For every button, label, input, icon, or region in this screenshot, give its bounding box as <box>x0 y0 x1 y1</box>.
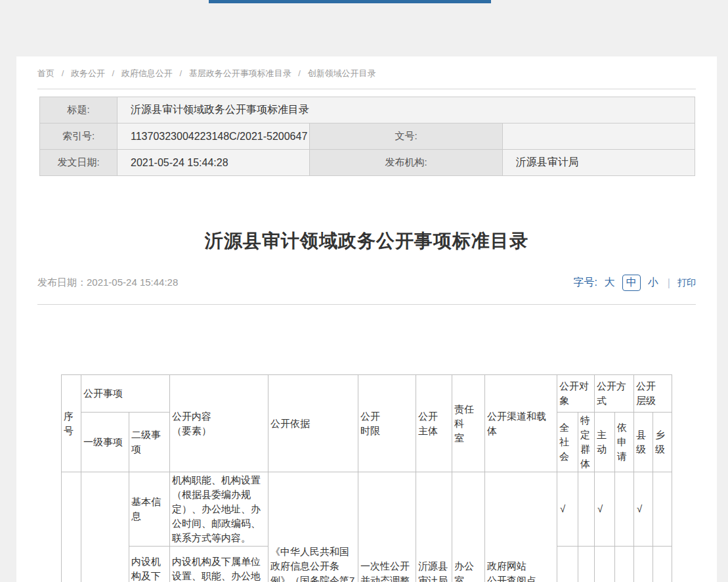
header-channel: 公开渠道和载 体 <box>485 375 557 472</box>
cell-channel: 政府网站 公开查阅点 <box>485 472 557 582</box>
meta-row-date: 发文日期: 2021-05-24 15:44:28 发布机构: 沂源县审计局 <box>40 150 695 176</box>
header-method-request: 依申 请 <box>615 413 634 472</box>
cell-check-county: √ <box>634 547 653 582</box>
cell-seq <box>62 472 81 582</box>
header-seq: 序 号 <box>62 375 81 472</box>
breadcrumb-item-home[interactable]: 首页 <box>37 68 54 78</box>
cell-check-county: √ <box>634 472 653 547</box>
font-large-button[interactable]: 大 <box>603 275 617 290</box>
cell-check-active: √ <box>595 472 615 547</box>
table-row: 基本信息 机构职能、机构设置（根据县委编办规定）、办公地址、办公时间、邮政编码、… <box>62 472 672 547</box>
header-time-limit: 公开 时限 <box>358 375 416 472</box>
font-medium-button[interactable]: 中 <box>622 275 641 291</box>
catalog-header-row-1: 序 号 公开事项 公开内容 （要素） 公开依据 公开 时限 公开 主体 责任科 … <box>62 375 672 413</box>
cell-check-active: √ <box>595 547 615 582</box>
header-subject: 公开 主体 <box>416 375 452 472</box>
header-method-active: 主 动 <box>595 413 615 472</box>
breadcrumb-item-government-info[interactable]: 政府信息公开 <box>121 68 173 78</box>
font-small-button[interactable]: 小 <box>646 275 660 290</box>
cell-check-request <box>615 547 634 582</box>
meta-row-index: 索引号: 11370323004223148C/2021-5200647 文号: <box>40 123 695 150</box>
vertical-divider: | <box>668 277 670 289</box>
cell-level2: 内设机构及下属事业 <box>129 547 170 582</box>
page-title: 沂源县审计领域政务公开事项标准目录 <box>37 229 696 254</box>
content-card: 首页 / 政务公开 / 政府信息公开 / 基层政务公开事项标准目录 / 创新领域… <box>16 56 717 582</box>
cell-level1 <box>81 472 129 582</box>
breadcrumb-item-zhengwugongkai[interactable]: 政务公开 <box>71 68 105 78</box>
meta-org-label: 发布机构: <box>310 150 502 176</box>
cell-check-all: √ <box>557 472 578 547</box>
meta-index-label: 索引号: <box>40 123 118 150</box>
cell-check-request <box>615 472 634 547</box>
breadcrumb-separator: / <box>179 68 182 78</box>
cell-content: 内设机构及下属单位设置、职能、办公地址、办公时间、联系方式、负责人姓名 <box>170 547 268 582</box>
print-button[interactable]: 打印 <box>677 277 696 289</box>
header-level1: 一级事项 <box>81 413 129 472</box>
header-target-all: 全社 会 <box>557 413 578 472</box>
meta-org-value: 沂源县审计局 <box>502 150 695 176</box>
cell-subject: 沂源县审计局 <box>416 472 452 582</box>
cell-check-all: √ <box>557 547 578 582</box>
cell-time-limit: 一次性公开并动态调整 <box>358 472 416 582</box>
meta-row-title: 标题: 沂源县审计领域政务公开事项标准目录 <box>40 97 695 123</box>
header-department: 责任科 室 <box>452 375 485 472</box>
meta-docno-label: 文号: <box>310 123 502 150</box>
article-meta-bar: 发布日期：2021-05-24 15:44:28 字号: 大 中 小 | 打印 <box>37 275 696 291</box>
meta-index-value: 11370323004223148C/2021-5200647 <box>118 123 310 150</box>
header-content: 公开内容 （要素） <box>170 375 268 472</box>
cell-basis: 《中华人民共和国政府信息公开条例》（国务院令第711号） <box>268 472 358 582</box>
cell-check-town <box>653 547 672 582</box>
header-level2: 二级事 项 <box>129 413 170 472</box>
meta-docno-value <box>502 123 695 150</box>
cell-check-specific <box>578 472 595 547</box>
header-level-county: 县 级 <box>634 413 653 472</box>
cell-content: 机构职能、机构设置（根据县委编办规定）、办公地址、办公时间、邮政编码、联系方式等… <box>170 472 268 547</box>
publish-date-label: 发布日期： <box>37 277 87 288</box>
meta-date-value: 2021-05-24 15:44:28 <box>118 150 310 176</box>
top-nav-bar-fragment <box>209 0 491 3</box>
header-target-group: 公开对 象 <box>557 375 595 413</box>
breadcrumb-separator: / <box>298 68 301 78</box>
header-level-group: 公开 层级 <box>634 375 672 413</box>
font-size-label: 字号: <box>573 276 597 290</box>
breadcrumb: 首页 / 政务公开 / 政府信息公开 / 基层政务公开事项标准目录 / 创新领域… <box>37 68 696 89</box>
cell-department: 办公室 <box>452 472 485 582</box>
breadcrumb-item-current[interactable]: 创新领域公开目录 <box>308 68 376 78</box>
meta-date-label: 发文日期: <box>40 150 118 176</box>
header-basis: 公开依据 <box>268 375 358 472</box>
publish-date: 发布日期：2021-05-24 15:44:28 <box>37 277 178 289</box>
document-meta-table: 标题: 沂源县审计领域政务公开事项标准目录 索引号: 1137032300422… <box>39 97 695 176</box>
header-item-group: 公开事项 <box>81 375 170 413</box>
breadcrumb-item-standard-catalog[interactable]: 基层政务公开事项标准目录 <box>189 68 291 78</box>
header-level-town: 乡 级 <box>653 413 672 472</box>
publish-date-value: 2021-05-24 15:44:28 <box>87 277 178 288</box>
article-divider <box>37 304 696 305</box>
meta-title-value: 沂源县审计领域政务公开事项标准目录 <box>118 97 695 123</box>
breadcrumb-separator: / <box>62 68 64 78</box>
breadcrumb-divider <box>37 89 696 89</box>
font-size-controls: 字号: 大 中 小 | 打印 <box>573 275 696 291</box>
header-target-specific: 特 定 群 体 <box>578 413 595 472</box>
cell-level2: 基本信息 <box>129 472 170 547</box>
meta-title-label: 标题: <box>40 97 118 123</box>
header-method-group: 公开方式 <box>595 375 634 413</box>
breadcrumb-separator: / <box>112 68 115 78</box>
cell-check-town <box>653 472 672 547</box>
cell-check-specific <box>578 547 595 582</box>
catalog-table: 序 号 公开事项 公开内容 （要素） 公开依据 公开 时限 公开 主体 责任科 … <box>61 374 672 582</box>
